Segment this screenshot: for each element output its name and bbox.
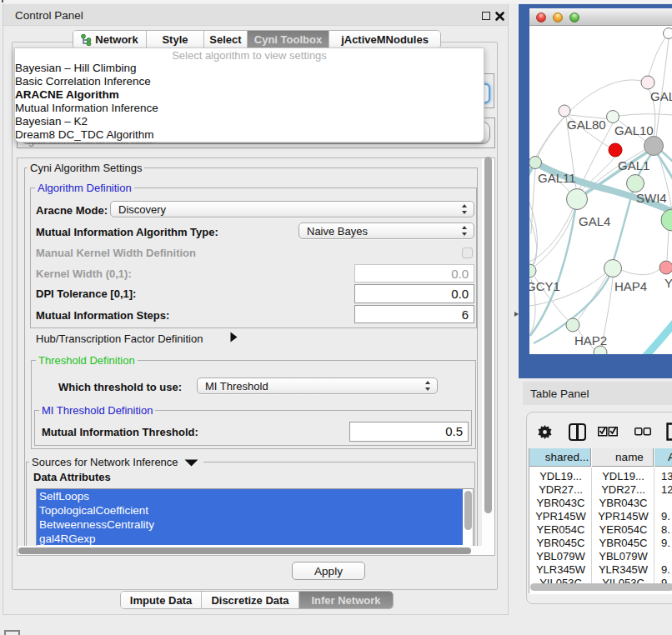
svg-text:GAL10: GAL10 <box>614 123 654 138</box>
svg-text:SWI4: SWI4 <box>636 191 667 205</box>
svg-text:GAL80: GAL80 <box>567 118 606 132</box>
svg-text:GAL7: GAL7 <box>650 89 672 103</box>
svg-text:HAP4: HAP4 <box>614 279 647 293</box>
svg-text:GCY1: GCY1 <box>529 279 560 293</box>
svg-text:GAL1: GAL1 <box>618 158 649 172</box>
svg-text:GAL4: GAL4 <box>579 214 610 228</box>
svg-text:HAP2: HAP2 <box>574 333 607 348</box>
svg-text:GAL11: GAL11 <box>538 171 576 185</box>
svg-text:Y: Y <box>664 276 672 290</box>
